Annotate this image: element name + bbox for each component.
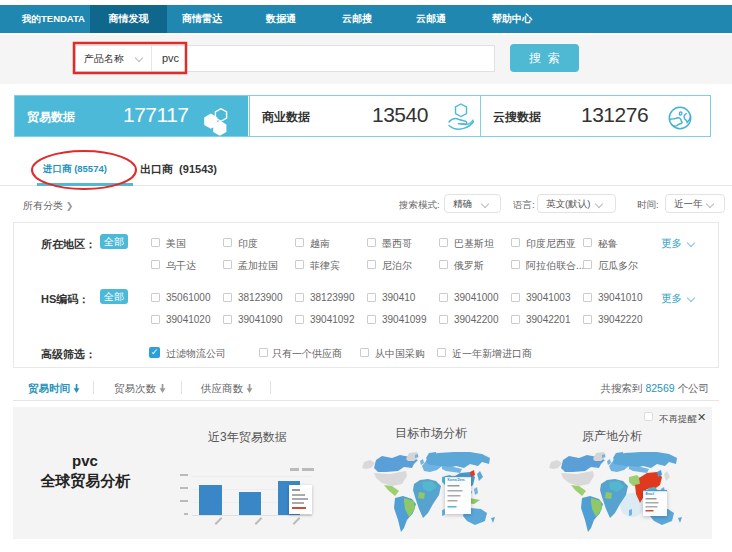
svg-text:Korea,Dem.: Korea,Dem. <box>448 478 466 482</box>
svg-text:Brazil: Brazil <box>646 492 655 496</box>
